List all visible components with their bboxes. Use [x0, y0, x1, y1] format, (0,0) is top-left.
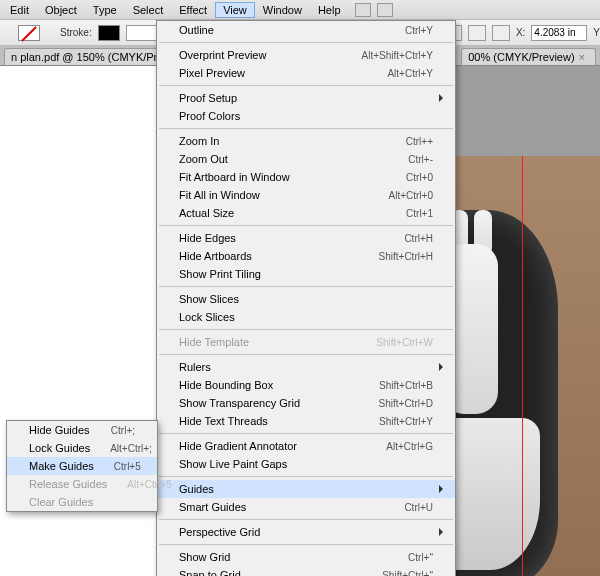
view-menu-item[interactable]: Pixel PreviewAlt+Ctrl+Y: [157, 64, 455, 82]
menu-item-label: Actual Size: [179, 207, 406, 219]
view-menu-item[interactable]: Hide EdgesCtrl+H: [157, 229, 455, 247]
menu-item-shortcut: Shift+Ctrl+Y: [379, 416, 433, 427]
guides-submenu-item: Release GuidesAlt+Ctrl+5: [7, 475, 157, 493]
align-icon[interactable]: [468, 25, 486, 41]
menu-item-shortcut: Shift+Ctrl+H: [379, 251, 433, 262]
menu-item-label: Smart Guides: [179, 501, 404, 513]
view-menu-item[interactable]: Proof Setup: [157, 89, 455, 107]
doc-layout-icon[interactable]: [355, 3, 371, 17]
menu-item-shortcut: Alt+Ctrl+0: [389, 190, 433, 201]
view-menu-item[interactable]: Snap to GridShift+Ctrl+": [157, 566, 455, 576]
document-tab[interactable]: 00% (CMYK/Preview) ×: [461, 48, 596, 65]
menu-item-shortcut: Ctrl+;: [111, 425, 135, 436]
view-menu-item[interactable]: Fit All in WindowAlt+Ctrl+0: [157, 186, 455, 204]
menu-item-label: Hide Template: [179, 336, 376, 348]
menu-item-label: Show Transparency Grid: [179, 397, 379, 409]
menu-item-label: Show Grid: [179, 551, 408, 563]
vertical-guide[interactable]: [522, 156, 523, 576]
view-menu-item[interactable]: Show Transparency GridShift+Ctrl+D: [157, 394, 455, 412]
guides-submenu-item[interactable]: Lock GuidesAlt+Ctrl+;: [7, 439, 157, 457]
menu-edit[interactable]: Edit: [2, 2, 37, 18]
view-menu-item[interactable]: Zoom InCtrl++: [157, 132, 455, 150]
menu-item-label: Make Guides: [29, 460, 114, 472]
view-menu-item[interactable]: Rulers: [157, 358, 455, 376]
guides-submenu-item[interactable]: Make GuidesCtrl+5: [7, 457, 157, 475]
menu-item-label: Proof Setup: [179, 92, 433, 104]
menu-object[interactable]: Object: [37, 2, 85, 18]
menu-item-label: Overprint Preview: [179, 49, 362, 61]
menu-item-label: Release Guides: [29, 478, 127, 490]
guides-submenu-item[interactable]: Hide GuidesCtrl+;: [7, 421, 157, 439]
menu-separator: [159, 354, 453, 355]
menu-item-label: Zoom Out: [179, 153, 408, 165]
menu-item-label: Hide Guides: [29, 424, 111, 436]
menu-separator: [159, 433, 453, 434]
menu-item-label: Outline: [179, 24, 405, 36]
view-menu-item[interactable]: Zoom OutCtrl+-: [157, 150, 455, 168]
menu-item-shortcut: Ctrl+H: [404, 233, 433, 244]
menu-item-shortcut: Ctrl++: [406, 136, 433, 147]
menu-item-shortcut: Ctrl+Y: [405, 25, 433, 36]
menu-effect[interactable]: Effect: [171, 2, 215, 18]
view-menu-item[interactable]: Guides: [157, 480, 455, 498]
view-menu-item[interactable]: Hide Bounding BoxShift+Ctrl+B: [157, 376, 455, 394]
menu-window[interactable]: Window: [255, 2, 310, 18]
menu-select[interactable]: Select: [125, 2, 172, 18]
view-menu-item[interactable]: Hide ArtboardsShift+Ctrl+H: [157, 247, 455, 265]
menu-item-shortcut: Alt+Shift+Ctrl+Y: [362, 50, 433, 61]
x-input[interactable]: 4.2083 in: [531, 25, 587, 41]
menu-view[interactable]: View: [215, 2, 255, 18]
view-menu-item[interactable]: Hide Gradient AnnotatorAlt+Ctrl+G: [157, 437, 455, 455]
view-menu-item[interactable]: Perspective Grid: [157, 523, 455, 541]
menu-item-label: Hide Gradient Annotator: [179, 440, 386, 452]
menu-item-shortcut: Ctrl+5: [114, 461, 141, 472]
menu-item-label: Show Print Tiling: [179, 268, 433, 280]
menu-item-shortcut: Alt+Ctrl+Y: [387, 68, 433, 79]
menu-item-shortcut: Ctrl+1: [406, 208, 433, 219]
menu-item-label: Guides: [179, 483, 433, 495]
stroke-swatch[interactable]: [98, 25, 120, 41]
menu-separator: [159, 128, 453, 129]
menu-item-shortcut: Shift+Ctrl+": [382, 570, 433, 577]
stroke-label: Stroke:: [60, 27, 92, 38]
menu-item-label: Proof Colors: [179, 110, 433, 122]
view-dropdown: OutlineCtrl+YOverprint PreviewAlt+Shift+…: [156, 20, 456, 576]
menu-item-label: Show Live Paint Gaps: [179, 458, 433, 470]
guides-submenu-item: Clear Guides: [7, 493, 157, 511]
menu-item-label: Rulers: [179, 361, 433, 373]
stroke-weight-input[interactable]: [126, 25, 160, 41]
view-menu-item[interactable]: Show Slices: [157, 290, 455, 308]
transform-icon[interactable]: [492, 25, 510, 41]
view-menu-item[interactable]: Smart GuidesCtrl+U: [157, 498, 455, 516]
view-menu-item[interactable]: Show GridCtrl+": [157, 548, 455, 566]
menubar: Edit Object Type Select Effect View Wind…: [0, 0, 600, 20]
view-menu-item[interactable]: Fit Artboard in WindowCtrl+0: [157, 168, 455, 186]
menu-item-label: Fit Artboard in Window: [179, 171, 406, 183]
menu-item-shortcut: Shift+Ctrl+D: [379, 398, 433, 409]
menu-separator: [159, 85, 453, 86]
menu-item-shortcut: Shift+Ctrl+W: [376, 337, 433, 348]
view-menu-item[interactable]: Proof Colors: [157, 107, 455, 125]
menu-item-label: Show Slices: [179, 293, 433, 305]
menu-item-shortcut: Ctrl+-: [408, 154, 433, 165]
close-icon[interactable]: ×: [579, 51, 585, 63]
y-label: Y: [593, 27, 600, 38]
menu-item-label: Hide Artboards: [179, 250, 379, 262]
menu-item-label: Zoom In: [179, 135, 406, 147]
view-menu-item[interactable]: Hide Text ThreadsShift+Ctrl+Y: [157, 412, 455, 430]
view-menu-item[interactable]: Overprint PreviewAlt+Shift+Ctrl+Y: [157, 46, 455, 64]
view-menu-item[interactable]: Show Live Paint Gaps: [157, 455, 455, 473]
menu-separator: [159, 225, 453, 226]
menu-item-label: Snap to Grid: [179, 569, 382, 576]
menu-item-label: Hide Edges: [179, 232, 404, 244]
menu-item-shortcut: Ctrl+": [408, 552, 433, 563]
view-menu-item[interactable]: Lock Slices: [157, 308, 455, 326]
menu-item-label: Hide Text Threads: [179, 415, 379, 427]
menu-help[interactable]: Help: [310, 2, 349, 18]
view-menu-item[interactable]: Actual SizeCtrl+1: [157, 204, 455, 222]
menu-type[interactable]: Type: [85, 2, 125, 18]
view-menu-item[interactable]: OutlineCtrl+Y: [157, 21, 455, 39]
arrange-icon[interactable]: [377, 3, 393, 17]
fill-swatch[interactable]: [18, 25, 40, 41]
view-menu-item[interactable]: Show Print Tiling: [157, 265, 455, 283]
